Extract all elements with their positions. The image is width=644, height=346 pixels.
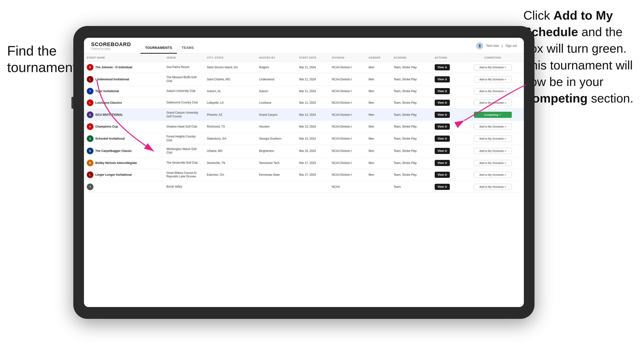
app-logo: SCOREBOARD — [91, 41, 131, 47]
top-bar: SCOREBOARD Powered by clippd TOURNAMENTS… — [84, 38, 524, 54]
scoring-cell: Team, Stroke Play — [391, 73, 432, 85]
competing-cell: Add to My Schedule + — [462, 145, 524, 157]
hosted-by-cell: Lindenwood — [256, 73, 296, 85]
start-date-cell: Mar 11, 2024 — [296, 73, 329, 85]
add-to-schedule-button[interactable]: Add to My Schedule + — [474, 184, 512, 190]
user-name: Test User — [486, 44, 499, 47]
start-date-cell: Mar 12, 2024 — [296, 109, 329, 121]
tab-teams[interactable]: TEAMS — [177, 46, 199, 54]
hosted-by-cell: Tennessee Tech — [256, 157, 296, 169]
gender-cell: Men — [366, 73, 391, 85]
hosted-by-cell: Houston — [256, 121, 296, 133]
city-state-cell: Phoenix, AZ — [204, 109, 256, 121]
event-name-text: Linger Longer Invitational — [95, 173, 132, 176]
start-date-cell: Mar 11, 2024 — [296, 97, 329, 109]
hosted-by-cell: Georgia Southern — [256, 133, 296, 145]
actions-cell: View ⊙ — [432, 62, 462, 73]
view-button[interactable]: View ⊙ — [435, 172, 450, 178]
add-to-schedule-button[interactable]: Add to My Schedule + — [474, 148, 512, 154]
city-state-cell: Lafayette, LA — [204, 97, 256, 109]
division-cell: NCAA Division I — [329, 157, 366, 169]
event-name-cell-10: ? — [84, 181, 164, 192]
view-button[interactable]: View ⊙ — [435, 184, 450, 190]
scoring-cell: Team, Stroke Play — [391, 169, 432, 181]
col-scoring: SCORING — [391, 54, 432, 62]
table-header: EVENT NAME VENUE CITY, STATE HOSTED BY S… — [84, 54, 524, 62]
nav-tabs: TOURNAMENTS TEAMS — [140, 38, 199, 54]
view-button[interactable]: View ⊙ — [435, 100, 450, 106]
annotation-right: Click Add to My Schedule and the box wil… — [524, 7, 637, 107]
hosted-by-cell: Kennesaw State — [256, 169, 296, 181]
view-button[interactable]: View ⊙ — [435, 76, 450, 82]
view-button[interactable]: View ⊙ — [435, 88, 450, 94]
venue-cell: Brook Valley — [164, 181, 204, 192]
table-row: L Linger Longer Invitational Great Water… — [84, 169, 524, 181]
start-date-cell: Mar 16, 2024 — [296, 145, 329, 157]
gender-cell: Men — [366, 157, 391, 169]
gender-cell — [366, 181, 391, 192]
division-cell: NCAA Division I — [329, 73, 366, 85]
annotation-left: Find thetournament. — [7, 42, 83, 75]
view-button[interactable]: View ⊙ — [435, 160, 450, 166]
scoring-cell: Team, Stroke Play — [391, 85, 432, 97]
logo-area: SCOREBOARD Powered by clippd — [91, 41, 131, 50]
gender-cell: Men — [366, 121, 391, 133]
actions-cell: View ⊙ — [432, 157, 462, 169]
hosted-by-cell: Louisiana — [256, 97, 296, 109]
division-cell: NCAA — [329, 181, 366, 192]
division-cell: NCAA Division I — [329, 133, 366, 145]
competing-cell: Add to My Schedule + — [462, 157, 524, 169]
add-to-schedule-button[interactable]: Add to My Schedule + — [474, 64, 512, 70]
view-button[interactable]: View ⊙ — [435, 64, 450, 70]
arrow-left-svg — [78, 66, 173, 161]
scoring-cell: Team, — [391, 181, 432, 192]
gender-cell: Men — [366, 62, 391, 73]
scoring-cell: Team, Stroke Play — [391, 62, 432, 73]
add-to-schedule-button[interactable]: Add to My Schedule + — [474, 160, 512, 166]
col-start-date: START DATE — [296, 54, 329, 62]
division-cell: NCAA Division I — [329, 62, 366, 73]
actions-cell: View ⊙ — [432, 145, 462, 157]
gender-cell: Men — [366, 145, 391, 157]
scoring-cell: Team, Stroke Play — [391, 133, 432, 145]
col-event-name: EVENT NAME — [84, 54, 164, 62]
app-logo-sub: Powered by clippd — [91, 47, 131, 50]
division-cell: NCAA Division I — [329, 109, 366, 121]
city-state-cell: Eatonton, GA — [204, 169, 256, 181]
actions-cell: View ⊙ — [432, 181, 462, 192]
table-row: ? Brook ValleyNCAATeam,View ⊙Add to My S… — [84, 181, 524, 192]
col-actions: ACTIONS — [432, 54, 462, 62]
gender-cell: Men — [366, 169, 391, 181]
actions-cell: View ⊙ — [432, 133, 462, 145]
view-button[interactable]: View ⊙ — [435, 148, 450, 154]
hosted-by-cell: Binghamton — [256, 145, 296, 157]
scoring-cell: Team, Stroke Play — [391, 97, 432, 109]
hosted-by-cell: Auburn — [256, 85, 296, 97]
view-button[interactable]: View ⊙ — [435, 112, 450, 118]
col-division: DIVISION — [329, 54, 366, 62]
event-name-cell-9: L Linger Longer Invitational — [84, 169, 164, 181]
add-to-schedule-button[interactable]: Add to My Schedule + — [474, 136, 512, 142]
gender-cell: Men — [366, 109, 391, 121]
event-name-text: Bobby Nichols Intercollegiate — [95, 161, 137, 165]
col-hosted-by: HOSTED BY — [256, 54, 296, 62]
hosted-by-cell: Rutgers — [256, 62, 296, 73]
competing-cell: Add to My Schedule + — [462, 169, 524, 181]
city-state-cell: Statesboro, GA — [204, 133, 256, 145]
start-date-cell: Mar 15, 2024 — [296, 133, 329, 145]
competing-cell: Add to My Schedule + — [462, 181, 524, 192]
division-cell: NCAA Division I — [329, 169, 366, 181]
user-avatar: 👤 — [476, 42, 483, 49]
add-to-schedule-button[interactable]: Add to My Schedule + — [474, 172, 512, 178]
divider: | — [502, 44, 502, 47]
sign-out-link[interactable]: Sign out — [506, 44, 517, 47]
view-button[interactable]: View ⊙ — [435, 124, 450, 130]
team-logo: ? — [87, 183, 94, 190]
division-cell: NCAA Division I — [329, 121, 366, 133]
col-gender: GENDER — [366, 54, 391, 62]
top-bar-right: 👤 Test User | Sign out — [476, 42, 517, 49]
tab-tournaments[interactable]: TOURNAMENTS — [140, 46, 177, 54]
view-button[interactable]: View ⊙ — [435, 136, 450, 142]
gender-cell: Men — [366, 133, 391, 145]
start-date-cell: Mar 17, 2024 — [296, 157, 329, 169]
